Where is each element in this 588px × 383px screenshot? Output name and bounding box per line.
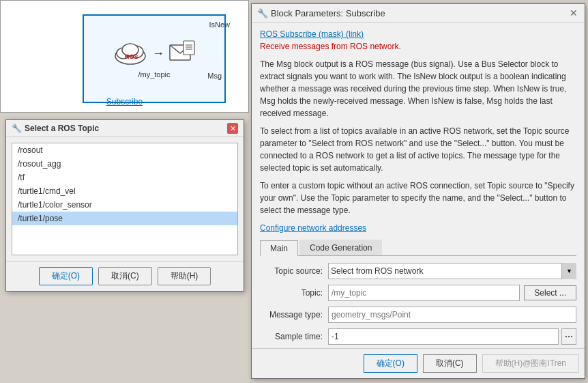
topic-list: /rosout /rosout_agg /tf /turtle1/cmd_vel…	[12, 143, 238, 255]
select-topic-cancel-btn[interactable]: 取消(C)	[98, 267, 152, 285]
params-desc2: To select from a list of topics availabl…	[260, 125, 576, 174]
params-footer: 确定(O) 取消(C) 帮助(H)@图南ITren	[252, 348, 585, 378]
tab-main[interactable]: Main	[260, 240, 298, 256]
params-desc1: The Msg block output is a ROS message (b…	[260, 58, 576, 119]
subscribe-link[interactable]: Subscribe	[106, 97, 143, 107]
message-type-row: Message type:	[260, 307, 576, 323]
select-topic-buttons: 确定(O) 取消(C) 帮助(H)	[6, 261, 244, 291]
list-item[interactable]: /rosout	[12, 143, 237, 157]
tab-code-gen[interactable]: Code Generation	[299, 240, 382, 255]
port-isnew-label: IsNew	[209, 20, 230, 29]
params-subtitle: Receive messages from ROS network.	[260, 42, 576, 51]
list-item[interactable]: /turtle1/cmd_vel	[12, 184, 237, 198]
message-type-label: Message type:	[260, 310, 328, 320]
params-header: ROS Subscribe (mask) (link)	[260, 29, 576, 39]
block-params-title: 🔧 Block Parameters: Subscribe	[257, 8, 385, 18]
params-confirm-btn[interactable]: 确定(O)	[364, 354, 417, 373]
select-topic-help-btn[interactable]: 帮助(H)	[158, 267, 211, 285]
select-topic-dialog: 🔧 Select a ROS Topic ✕ /rosout /rosout_a…	[5, 119, 244, 292]
block-params-titlebar: 🔧 Block Parameters: Subscribe ✕	[252, 4, 585, 23]
ros-icon: ROS	[113, 40, 148, 68]
select-topic-titlebar: 🔧 Select a ROS Topic ✕	[6, 120, 244, 137]
params-config-link: Configure network addresses	[260, 222, 576, 234]
message-icon	[168, 40, 196, 68]
svg-rect-6	[183, 41, 194, 55]
params-desc3: To enter a custom topic without an activ…	[260, 180, 576, 216]
topic-input[interactable]	[328, 285, 520, 301]
block-name-label: /my_topic	[138, 70, 170, 79]
topic-label: Topic:	[260, 288, 328, 298]
params-content: ROS Subscribe (mask) (link) Receive mess…	[252, 23, 585, 357]
list-item[interactable]: /turtle1/color_sensor	[12, 198, 237, 212]
list-item-selected[interactable]: /turtle1/pose	[12, 212, 237, 225]
topic-source-select[interactable]	[328, 263, 576, 279]
sample-time-ellipsis-btn[interactable]: ⋯	[561, 328, 576, 345]
sample-time-label: Sample time:	[260, 332, 328, 341]
topic-select-btn[interactable]: Select ...	[524, 285, 576, 300]
topic-source-label: Topic source:	[260, 266, 328, 276]
message-type-input[interactable]	[328, 307, 576, 323]
config-link[interactable]: Configure network addresses	[260, 223, 366, 233]
topic-source-row: Topic source: ▼ Select from ROS network	[260, 263, 576, 279]
tabs-bar: Main Code Generation	[260, 240, 576, 256]
simulink-canvas: IsNew ROS →	[0, 0, 249, 113]
select-topic-confirm-btn[interactable]: 确定(O)	[39, 267, 93, 285]
select-topic-title: 🔧 Select a ROS Topic	[12, 124, 99, 133]
block-params-icon: 🔧	[257, 8, 268, 18]
svg-text:ROS: ROS	[125, 53, 138, 60]
block-params-dialog: 🔧 Block Parameters: Subscribe ✕ ROS Subs…	[251, 3, 585, 379]
topic-row: Topic: Select ...	[260, 285, 576, 301]
select-topic-icon: 🔧	[12, 124, 22, 133]
header-link[interactable]: ROS Subscribe (mask) (link)	[260, 29, 364, 39]
arrow-icon: →	[152, 46, 164, 61]
subscribe-block[interactable]: IsNew ROS →	[83, 14, 226, 103]
sample-time-row: Sample time: ⋯	[260, 328, 576, 345]
params-cancel-btn[interactable]: 取消(C)	[423, 354, 477, 373]
block-params-close-btn[interactable]: ✕	[568, 8, 579, 18]
list-item[interactable]: /tf	[12, 171, 237, 184]
sample-time-input[interactable]	[328, 328, 559, 345]
list-item[interactable]: /rosout_agg	[12, 157, 237, 171]
select-topic-close-btn[interactable]: ✕	[227, 123, 238, 134]
params-help-btn[interactable]: 帮助(H)@图南ITren	[482, 354, 579, 373]
port-msg-label: Msg	[207, 72, 222, 80]
